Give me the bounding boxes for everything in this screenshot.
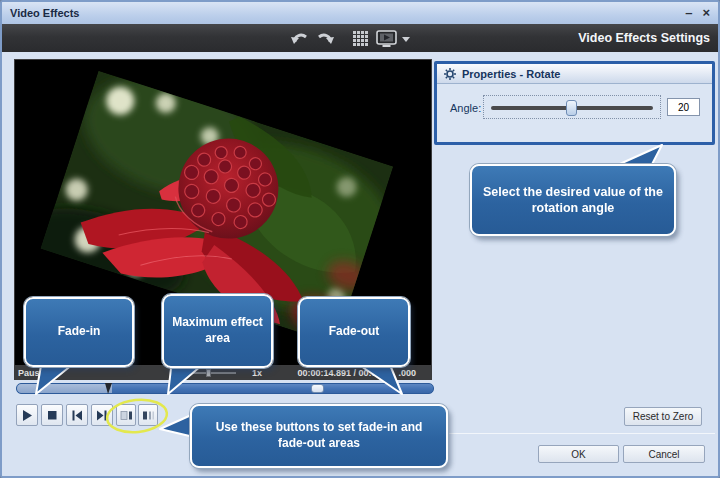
callout-fade-in: Fade-in (24, 297, 134, 367)
toolbar: Video Effects Settings (2, 24, 718, 52)
time-current: 00:00:14.891 / 00:00 (297, 368, 381, 378)
minimize-button[interactable]: – (685, 4, 692, 22)
time-total-end: .000 (398, 368, 416, 378)
next-frame-button[interactable] (91, 404, 113, 426)
playback-state-label: Paused (18, 368, 50, 378)
speed-slider-thumb[interactable] (206, 369, 211, 377)
angle-label: Angle: (450, 102, 481, 114)
set-fade-out-button[interactable] (138, 404, 158, 426)
properties-title: Properties - Rotate (462, 68, 560, 80)
angle-slider[interactable] (483, 95, 661, 119)
angle-slider-thumb[interactable] (566, 100, 577, 116)
stop-icon (46, 409, 58, 422)
grid-view-icon[interactable] (353, 31, 368, 46)
callout-rotation-angle: Select the desired value of the rotation… (470, 164, 676, 236)
cancel-button[interactable]: Cancel (623, 445, 705, 463)
gear-icon (444, 68, 456, 80)
timeline-scrubber[interactable] (16, 383, 434, 394)
callout-fade-out: Fade-out (298, 297, 410, 367)
fade-out-area-icon (142, 409, 155, 422)
window-title: Video Effects (10, 7, 80, 19)
reset-to-zero-button[interactable]: Reset to Zero (624, 407, 702, 426)
footer-divider (439, 433, 715, 434)
fade-in-area-icon (120, 409, 133, 422)
set-fade-in-button[interactable] (116, 404, 136, 426)
previous-frame-button[interactable] (66, 404, 88, 426)
angle-value-input[interactable] (667, 98, 700, 116)
properties-panel: Properties - Rotate Angle: (434, 61, 715, 145)
next-frame-icon (96, 409, 108, 422)
monitor-dropdown-caret[interactable] (402, 37, 410, 42)
stop-button[interactable] (41, 404, 63, 426)
time-display: 00:00:14.891 / 00:00 .000 (297, 368, 416, 378)
ok-button[interactable]: OK (538, 445, 619, 463)
redo-icon[interactable] (316, 30, 334, 46)
speed-label: 1x (252, 368, 262, 378)
scrubber-thumb[interactable] (311, 384, 324, 393)
play-button[interactable] (16, 404, 38, 426)
callout-max-effect-area: Maximum effect area (162, 294, 273, 368)
video-effects-window: Video Effects – × (0, 0, 720, 478)
monitor-icon[interactable] (376, 30, 397, 48)
properties-header: Properties - Rotate (437, 64, 712, 84)
close-button[interactable]: × (702, 4, 710, 22)
dialog-content: Paused 1x 00:00:14.891 / 00:00 .000 (2, 52, 718, 476)
callout-fade-buttons: Use these buttons to set fade-in and fad… (190, 404, 448, 468)
fade-in-region (17, 384, 112, 393)
settings-heading: Video Effects Settings (578, 24, 710, 52)
play-icon (21, 409, 33, 422)
playback-statusbar: Paused 1x 00:00:14.891 / 00:00 .000 (14, 366, 432, 380)
previous-frame-icon (71, 409, 83, 422)
titlebar: Video Effects – × (2, 2, 718, 24)
undo-icon[interactable] (291, 30, 309, 46)
